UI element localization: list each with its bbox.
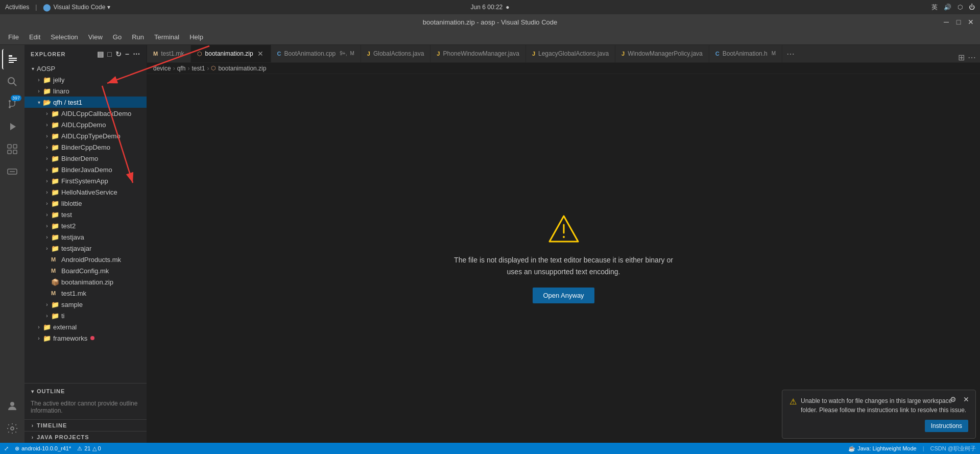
settings-activity-icon[interactable] [2, 418, 22, 439]
run-activity-icon[interactable] [2, 116, 22, 137]
outline-header[interactable]: ▾ OUTLINE [25, 386, 147, 397]
folder-icon: 📁 [51, 245, 59, 252]
tab-windowmanagerpolicy[interactable]: J WindowManagerPolicy.java [615, 45, 709, 62]
power-icon[interactable]: ⏻ [969, 4, 975, 11]
svg-rect-3 [9, 62, 14, 63]
extensions-activity-icon[interactable] [2, 139, 22, 159]
tree-item-aidlcpptypedemo[interactable]: › 📁 AIDLCppTypeDemo [25, 130, 147, 141]
maximize-button[interactable]: □ [954, 18, 963, 26]
close-button[interactable]: ✕ [967, 18, 975, 26]
tab-extra-label: 9+, [340, 51, 347, 56]
notification-settings-icon[interactable]: ⚙ [948, 394, 958, 404]
java-projects-header[interactable]: › JAVA PROJECTS [25, 432, 147, 443]
tab-phonewindowmanager[interactable]: J PhoneWindowManager.java [431, 45, 526, 62]
tree-item-firstsystemapp[interactable]: › 📁 FirstSystemApp [25, 175, 147, 186]
tabs-bar: M test1.mk ⬡ bootanimation.zip ✕ C BootA… [147, 45, 980, 63]
activity-bar: 397 [0, 45, 25, 443]
split-editor-icon[interactable]: ⊞ [958, 53, 965, 62]
more-tabs-icon[interactable]: ⋯ [968, 53, 976, 62]
tree-item-binderdemo[interactable]: › 📁 BinderDemo [25, 153, 147, 164]
outline-message: The active editor cannot provide outline… [25, 397, 147, 417]
editor-binary-message: The file is not displayed in the text ed… [454, 254, 673, 277]
folder-icon: 📁 [51, 177, 59, 185]
menu-help[interactable]: Help [185, 31, 207, 43]
menu-go[interactable]: Go [109, 31, 126, 43]
folder-icon: 📁 [43, 334, 51, 342]
tab-java-icon: J [622, 51, 625, 57]
tree-item-test[interactable]: › 📁 test [25, 209, 147, 220]
collapse-icon[interactable]: − [125, 50, 130, 58]
tree-item-testjavajar[interactable]: › 📁 testjavajar [25, 243, 147, 254]
tab-bootanimation[interactable]: ⬡ bootanimation.zip ✕ [191, 45, 271, 62]
tree-item-bootanimation[interactable]: › 📦 bootanimation.zip [25, 276, 147, 288]
activities-button[interactable]: Activities [5, 4, 29, 11]
tree-item-sample[interactable]: › 📁 sample [25, 299, 147, 310]
expand-icon: › [43, 212, 51, 218]
warnings-status[interactable]: ⚠ 21 △ 0 [77, 445, 101, 452]
menu-run[interactable]: Run [128, 31, 148, 43]
expand-icon: › [43, 167, 51, 173]
source-control-activity-icon[interactable]: 397 [2, 94, 22, 114]
network-icon: ⬡ [958, 4, 963, 11]
tree-item-external[interactable]: › 📁 external [25, 321, 147, 332]
menu-edit[interactable]: Edit [25, 31, 44, 43]
timeline-header[interactable]: › TIMELINE [25, 420, 147, 431]
new-folder-icon[interactable]: □ [107, 50, 112, 58]
language-indicator[interactable]: 英 [931, 3, 938, 12]
tree-item-linaro[interactable]: › 📁 linaro [25, 85, 147, 97]
tree-item-jelly[interactable]: › 📁 jelly [25, 74, 147, 85]
tabs-overflow-icon[interactable]: ⋯ [782, 49, 799, 59]
remote-activity-icon[interactable] [2, 161, 22, 182]
minimize-button[interactable]: ─ [942, 18, 950, 26]
sound-icon[interactable]: 🔊 [944, 4, 951, 11]
menu-file[interactable]: File [4, 31, 23, 43]
tree-item-boardconfig[interactable]: › M BoardConfig.mk [25, 265, 147, 276]
tab-bootanimationcpp[interactable]: C BootAnimation.cpp 9+, M [271, 45, 361, 62]
tree-item-test2[interactable]: › 📁 test2 [25, 220, 147, 231]
tab-bootanimationh[interactable]: C BootAnimation.h M [709, 45, 782, 62]
svg-point-4 [8, 78, 14, 84]
tree-item-testjava[interactable]: › 📁 testjava [25, 231, 147, 243]
instructions-button[interactable]: Instructions [925, 420, 968, 432]
tree-item-liblottie[interactable]: › 📁 liblottie [25, 198, 147, 209]
tree-item-hellonativeservice[interactable]: › 📁 HelloNativeService [25, 186, 147, 198]
tree-item-test1mk[interactable]: › M test1.mk [25, 288, 147, 299]
tree-item-ti[interactable]: › 📁 ti [25, 310, 147, 321]
menu-selection[interactable]: Selection [46, 31, 82, 43]
new-file-icon[interactable]: ▤ [97, 50, 104, 58]
svg-rect-0 [9, 55, 12, 57]
editor-area: M test1.mk ⬡ bootanimation.zip ✕ C BootA… [147, 45, 980, 443]
tab-icon: M [153, 51, 158, 57]
tab-close-icon[interactable]: ✕ [256, 50, 265, 58]
tree-item-aosp[interactable]: ▾ AOSP [25, 63, 147, 74]
refresh-icon[interactable]: ↻ [115, 50, 122, 58]
folder-icon: 📁 [51, 301, 59, 308]
mk-file-icon: M [51, 268, 59, 274]
tree-item-androidproducts[interactable]: › M AndroidProducts.mk [25, 254, 147, 265]
errors-status[interactable]: ⊗ android-10.0.0_r41* [15, 445, 71, 452]
tree-item-binderjavademo[interactable]: › 📁 BinderJavaDemo [25, 164, 147, 175]
tab-test1mk[interactable]: M test1.mk [147, 45, 191, 62]
tree-item-aidlcppdemo[interactable]: › 📁 AIDLCppDemo [25, 119, 147, 130]
expand-icon: › [43, 246, 51, 251]
open-anyway-button[interactable]: Open Anyway [533, 288, 594, 303]
notification-close-icon[interactable]: ✕ [961, 394, 971, 404]
tree-item-bindercppdemo[interactable]: › 📁 BinderCppDemo [25, 141, 147, 153]
tree-item-aidlcppcallbackdemo[interactable]: › 📁 AIDLCppCallbackDemo [25, 108, 147, 119]
java-mode-status[interactable]: ☕ Java: Lightweight Mode [848, 445, 917, 452]
tab-globalactions[interactable]: J GlobalActions.java [361, 45, 431, 62]
menu-view[interactable]: View [84, 31, 107, 43]
explorer-activity-icon[interactable] [2, 49, 22, 69]
account-activity-icon[interactable] [2, 396, 22, 416]
tab-legacyglobalactions[interactable]: J LegacyGlobalActions.java [526, 45, 615, 62]
menu-terminal[interactable]: Terminal [150, 31, 183, 43]
collapse-qfh-icon: ▾ [35, 100, 43, 105]
more-actions-icon[interactable]: ⋯ [133, 50, 140, 58]
notification-popup: ⚙ ✕ ⚠ Unable to watch for file changes i… [782, 390, 976, 439]
sidebar: EXPLORER ▤ □ ↻ − ⋯ ▾ AOSP › 📁 [25, 45, 147, 443]
tree-item-frameworks[interactable]: › 📁 frameworks [25, 332, 147, 344]
remote-status[interactable]: ⤢ [4, 445, 9, 452]
tree-item-qfh-test1[interactable]: ▾ 📂 qfh / test1 [25, 97, 147, 108]
warnings-icon: ⚠ [77, 445, 82, 452]
search-activity-icon[interactable] [2, 71, 22, 92]
